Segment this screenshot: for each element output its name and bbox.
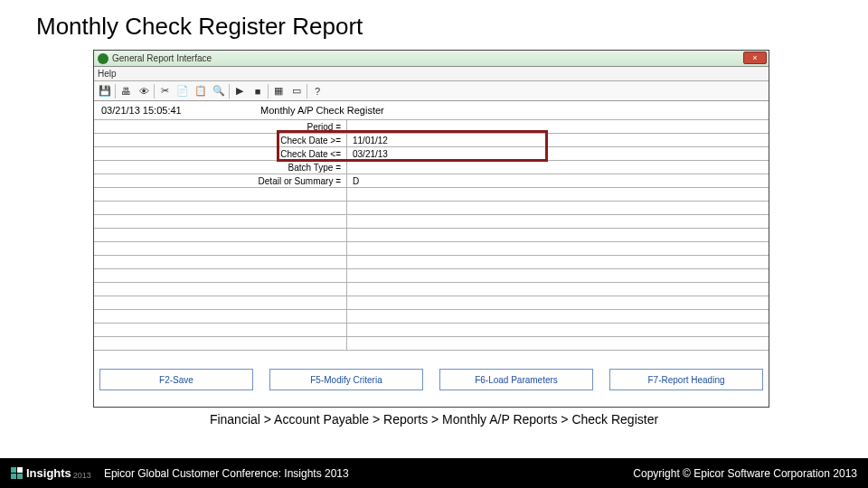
slide-title: Monthly Check Register Report [0, 0, 868, 46]
criteria-label [94, 202, 347, 215]
criteria-label: Batch Type = [94, 161, 347, 174]
criteria-value[interactable] [347, 283, 769, 296]
help-icon[interactable]: ? [308, 83, 326, 99]
criteria-value[interactable] [347, 337, 769, 351]
criteria-value[interactable] [347, 188, 769, 202]
menubar: Help [94, 67, 769, 81]
criteria-label: Period = [94, 120, 347, 134]
f6-load-button[interactable]: F6-Load Parameters [439, 369, 593, 390]
criteria-row: Batch Type = [94, 161, 769, 174]
criteria-label: Detail or Summary = [94, 174, 347, 188]
print-icon[interactable]: 🖶 [117, 83, 135, 99]
criteria-row [94, 188, 769, 202]
criteria-row [94, 296, 769, 310]
copyright-text: Copyright © Epicor Software Corporation … [633, 467, 857, 480]
criteria-label [94, 256, 347, 269]
criteria-row: Check Date >=11/01/12 [94, 134, 769, 147]
f2-save-button[interactable]: F2-Save [99, 369, 253, 390]
criteria-label [94, 310, 347, 324]
criteria-row: Period = [94, 120, 769, 134]
criteria-label [94, 229, 347, 242]
paste-icon[interactable]: 📋 [192, 83, 210, 99]
criteria-grid: Period = Check Date >=11/01/12 Check Dat… [94, 120, 769, 351]
criteria-row [94, 283, 769, 296]
toolbar: 💾 🖶 👁 ✂ 📄 📋 🔍 ▶ ■ ▦ ▭ ? [94, 81, 769, 101]
criteria-row [94, 242, 769, 256]
save-icon[interactable]: 💾 [96, 83, 114, 99]
criteria-value[interactable] [347, 296, 769, 310]
criteria-label [94, 269, 347, 283]
toolbar-divider [154, 84, 155, 99]
criteria-label [94, 283, 347, 296]
print-preview-icon[interactable]: 👁 [135, 83, 153, 99]
criteria-row: Detail or Summary =D [94, 174, 769, 188]
brand-logo: Insights 2013 [11, 466, 91, 480]
titlebar: General Report Interface × [94, 51, 769, 67]
criteria-label [94, 188, 347, 202]
report-timestamp: 03/21/13 15:05:41 [101, 105, 260, 116]
criteria-label [94, 337, 347, 351]
criteria-value[interactable] [347, 202, 769, 215]
toolbar-divider [307, 84, 307, 99]
criteria-value[interactable]: 11/01/12 [347, 134, 769, 147]
brand-year: 2013 [73, 471, 91, 480]
criteria-value[interactable] [347, 310, 769, 324]
window-title: General Report Interface [112, 53, 212, 63]
criteria-label [94, 324, 347, 337]
criteria-value[interactable] [347, 269, 769, 283]
criteria-value[interactable]: 03/21/13 [347, 147, 769, 161]
form-icon[interactable]: ▭ [288, 83, 306, 99]
find-icon[interactable]: 🔍 [210, 83, 228, 99]
logo-squares-icon [11, 467, 23, 479]
grid-icon[interactable]: ▦ [269, 83, 288, 99]
criteria-label: Check Date >= [94, 134, 347, 147]
criteria-row [94, 324, 769, 337]
criteria-value[interactable] [347, 120, 769, 134]
toolbar-divider [115, 84, 116, 99]
criteria-row [94, 337, 769, 351]
toolbar-divider [229, 84, 230, 99]
criteria-label [94, 242, 347, 256]
criteria-row [94, 215, 769, 229]
brand-name: Insights [26, 466, 71, 480]
stop-icon[interactable]: ■ [249, 83, 267, 99]
criteria-row [94, 202, 769, 215]
report-header: 03/21/13 15:05:41 Monthly A/P Check Regi… [94, 101, 769, 119]
criteria-row: Check Date <=03/21/13 [94, 147, 769, 161]
close-button[interactable]: × [743, 52, 767, 64]
criteria-row [94, 256, 769, 269]
toolbar-divider [268, 84, 269, 99]
criteria-value[interactable] [347, 215, 769, 229]
app-icon [98, 53, 108, 64]
criteria-label: Check Date <= [94, 147, 347, 161]
fkey-bar: F2-Save F5-Modify Criteria F6-Load Param… [99, 369, 763, 390]
criteria-row [94, 229, 769, 242]
cut-icon[interactable]: ✂ [156, 83, 174, 99]
f5-modify-button[interactable]: F5-Modify Criteria [269, 369, 423, 390]
report-title: Monthly A/P Check Register [260, 105, 384, 116]
criteria-value[interactable] [347, 242, 769, 256]
criteria-label [94, 296, 347, 310]
criteria-value[interactable] [347, 324, 769, 337]
run-icon[interactable]: ▶ [231, 83, 249, 99]
criteria-row [94, 310, 769, 324]
criteria-area: Period = Check Date >=11/01/12 Check Dat… [94, 119, 769, 360]
conference-text: Epicor Global Customer Conference: Insig… [104, 467, 349, 480]
menu-help[interactable]: Help [98, 69, 117, 79]
criteria-value[interactable]: D [347, 174, 769, 188]
copy-icon[interactable]: 📄 [174, 83, 192, 99]
breadcrumb: Financial > Account Payable > Reports > … [0, 412, 868, 427]
app-window: General Report Interface × Help 💾 🖶 👁 ✂ … [93, 50, 769, 408]
slide-footer: Insights 2013 Epicor Global Customer Con… [0, 458, 868, 488]
criteria-value[interactable] [347, 161, 769, 174]
f7-heading-button[interactable]: F7-Report Heading [609, 369, 763, 390]
criteria-row [94, 269, 769, 283]
criteria-value[interactable] [347, 229, 769, 242]
criteria-value[interactable] [347, 256, 769, 269]
criteria-label [94, 215, 347, 229]
